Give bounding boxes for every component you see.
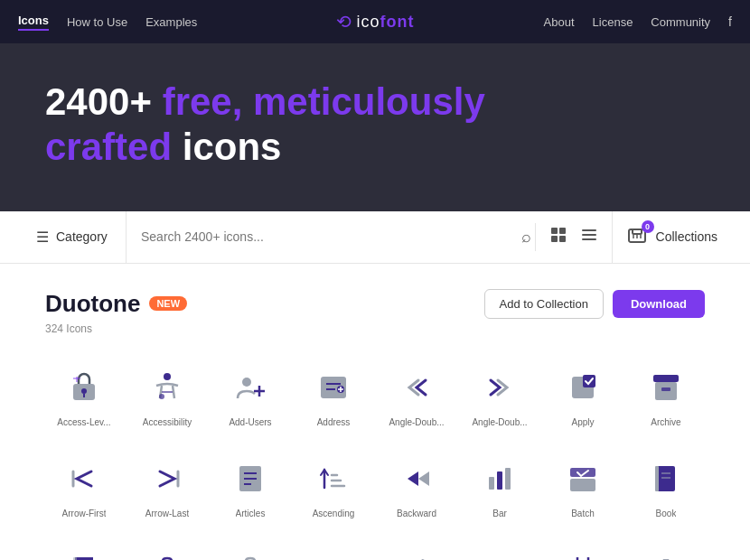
main-content: Duotone New Add to Collection Download 3… [0, 264, 750, 560]
icon-label-ascending: Ascending [313, 508, 355, 519]
hero-text-2: icons [172, 126, 281, 168]
icon-item-camera[interactable]: Camera [627, 536, 705, 560]
icon-item-add-users[interactable]: Add-Users [211, 353, 289, 435]
icon-label-accessibility: Accessibility [143, 416, 192, 428]
icon-box-batch [559, 455, 606, 502]
icon-item-apply[interactable]: Apply [544, 353, 622, 435]
icon-item-book[interactable]: Book [627, 444, 705, 527]
icon-item-arrow-last[interactable]: Arrow-Last [128, 444, 206, 527]
icon-item-angle-double-left[interactable]: Angle-Doub... [378, 353, 455, 435]
icon-box-arrow-last [144, 455, 191, 502]
search-button[interactable]: ⌕ [518, 224, 535, 250]
hero-accent-2: crafted [45, 126, 172, 168]
icon-box-archive [642, 364, 689, 411]
icon-box-arrow-first [61, 455, 108, 502]
section-title: Duotone [45, 290, 140, 318]
nav-about[interactable]: About [544, 15, 575, 29]
icon-item-briefcase-alt[interactable]: Briefcase-Alt [128, 536, 206, 560]
hero-accent-1: free, meticulously [163, 80, 485, 123]
svg-rect-0 [551, 228, 558, 234]
icon-label-angle-double-right: Angle-Doub... [472, 416, 527, 428]
download-button[interactable]: Download [613, 290, 705, 318]
collections-badge: 0 [642, 220, 654, 233]
icon-item-brush[interactable]: Brush [378, 536, 455, 560]
svg-rect-1 [559, 228, 566, 234]
icon-box-camera [642, 546, 689, 560]
icon-box-ascending [310, 455, 357, 502]
nav-icons[interactable]: Icons [18, 14, 49, 31]
icon-label-articles: Articles [236, 508, 266, 519]
icon-item-ascending[interactable]: Ascending [295, 444, 372, 527]
svg-rect-3 [559, 236, 566, 242]
icon-item-bookmark[interactable]: Bookmark [45, 536, 123, 560]
icon-label-apply: Apply [571, 416, 594, 428]
svg-point-15 [164, 373, 171, 380]
icon-item-backward[interactable]: Backward [378, 444, 455, 527]
icon-item-calendar[interactable]: Calendar [544, 536, 622, 560]
icon-item-accessibility[interactable]: Accessibility [128, 353, 206, 435]
cart-icon-wrap: 0 [627, 226, 649, 248]
icon-label-archive: Archive [651, 416, 680, 428]
nav-examples[interactable]: Examples [145, 15, 197, 29]
icon-item-arrow-first[interactable]: Arrow-First [45, 444, 123, 527]
svg-rect-42 [570, 479, 595, 491]
icon-label-arrow-first: Arrow-First [62, 508, 107, 519]
icon-label-address: Address [317, 416, 351, 428]
icon-box-access-level [61, 364, 108, 411]
nav-license[interactable]: License [593, 15, 633, 29]
nav-right: About License Community f [544, 14, 732, 29]
icon-label-backward: Backward [397, 508, 436, 519]
icon-box-brush [393, 546, 440, 560]
toolbar: ☰ Category ⌕ [0, 211, 750, 264]
nav-how-to-use[interactable]: How to Use [67, 15, 127, 29]
facebook-icon[interactable]: f [728, 14, 732, 29]
icon-box-accessibility [144, 364, 191, 411]
add-to-collection-button[interactable]: Add to Collection [484, 289, 604, 319]
icon-box-angle-double-left [393, 364, 440, 411]
svg-rect-2 [551, 236, 558, 242]
icon-box-backward [393, 455, 440, 502]
icon-item-bar[interactable]: Bar [461, 444, 539, 527]
icon-item-batch[interactable]: Batch [544, 444, 622, 527]
new-badge: New [149, 296, 187, 311]
icon-box-bar [476, 455, 523, 502]
icon-item-address[interactable]: Address [295, 353, 372, 435]
icon-box-broadcast [310, 546, 357, 560]
search-area [127, 229, 518, 244]
grid-view-button[interactable] [547, 223, 570, 251]
nav-left: Icons How to Use Examples [18, 14, 197, 31]
navbar: Icons How to Use Examples ⟲ icofont Abou… [0, 0, 750, 43]
collections-button[interactable]: 0 Collections [612, 211, 732, 263]
section-count: 324 Icons [45, 322, 705, 335]
icon-item-briefcase[interactable]: Briefcase [211, 536, 289, 560]
icon-box-angle-double-right [476, 364, 523, 411]
icon-label-add-users: Add-Users [229, 416, 271, 428]
icon-item-angle-double-right[interactable]: Angle-Doub... [461, 353, 539, 435]
icon-item-access-level[interactable]: Access-Lev... [45, 353, 123, 435]
collections-label: Collections [656, 229, 717, 244]
icons-grid: Access-Lev... Accessibility Add-Users Ad… [45, 353, 705, 560]
icon-item-articles[interactable]: Articles [211, 444, 289, 527]
list-view-button[interactable] [577, 223, 601, 251]
icon-item-archive[interactable]: Archive [627, 353, 705, 435]
icon-item-bug[interactable]: Bug [461, 536, 539, 560]
icon-label-bar: Bar [492, 508, 507, 519]
icon-item-broadcast[interactable]: Broadcast [295, 536, 372, 560]
hamburger-icon: ☰ [36, 229, 49, 246]
nav-community[interactable]: Community [651, 15, 710, 29]
icon-box-briefcase [227, 546, 274, 560]
logo-text: icofont [357, 13, 415, 32]
icon-box-calendar [559, 546, 606, 560]
view-toggle-buttons [535, 223, 612, 251]
icon-box-address [310, 364, 357, 411]
svg-rect-41 [505, 468, 511, 490]
logo-icon: ⟲ [336, 11, 352, 33]
svg-rect-44 [657, 466, 675, 491]
category-button[interactable]: ☰ Category [18, 211, 127, 263]
search-input[interactable] [141, 229, 503, 244]
svg-rect-4 [582, 229, 596, 231]
brand-logo[interactable]: ⟲ icofont [336, 11, 415, 33]
icon-box-apply [559, 364, 606, 411]
section-title-wrap: Duotone New [45, 290, 187, 318]
icon-label-access-level: Access-Lev... [57, 416, 110, 428]
